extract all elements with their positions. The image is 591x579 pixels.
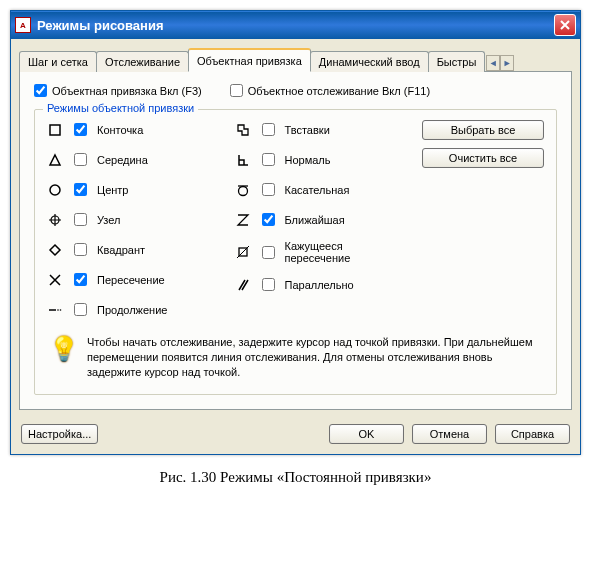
snap-center: Центр: [47, 180, 223, 199]
snap-tangent: Касательная: [235, 180, 411, 199]
otrack-on-label: Объектное отслеживание Вкл (F11): [248, 85, 430, 97]
snap-midpoint-checkbox[interactable]: [74, 153, 87, 166]
tab-content: Объектная привязка Вкл (F3) Объектное от…: [19, 72, 572, 410]
tab-scroll-left[interactable]: ◄: [486, 55, 500, 71]
svg-rect-0: [50, 125, 60, 135]
tab-tracking[interactable]: Отслеживание: [96, 51, 189, 72]
snap-intersection-label: Пересечение: [97, 274, 165, 286]
node-icon: [47, 212, 63, 228]
snap-perpendicular-label: Нормаль: [285, 154, 331, 166]
svg-point-5: [238, 186, 247, 195]
midpoint-icon: [47, 152, 63, 168]
center-icon: [47, 182, 63, 198]
snap-insertion-label: Твставки: [285, 124, 330, 136]
snap-perpendicular-checkbox[interactable]: [262, 153, 275, 166]
options-button[interactable]: Настройка...: [21, 424, 98, 444]
client-area: Шаг и сетка Отслеживание Объектная привя…: [11, 39, 580, 418]
snap-intersection: Пересечение: [47, 270, 223, 289]
close-button[interactable]: [554, 14, 576, 36]
hint-text: Чтобы начать отслеживание, задержите кур…: [87, 335, 540, 380]
hint-box: 💡 Чтобы начать отслеживание, задержите к…: [47, 335, 544, 380]
snap-parallel-label: Параллельно: [285, 279, 354, 291]
apparent-icon: [235, 244, 251, 260]
snap-quadrant-label: Квадрант: [97, 244, 145, 256]
osnap-on-check[interactable]: Объектная привязка Вкл (F3): [34, 84, 202, 97]
otrack-on-check[interactable]: Объектное отслеживание Вкл (F11): [230, 84, 430, 97]
figure-caption: Рис. 1.30 Режимы «Постоянной привязки»: [10, 469, 581, 486]
cancel-button[interactable]: Отмена: [412, 424, 487, 444]
snap-extension-checkbox[interactable]: [74, 303, 87, 316]
snap-apparent: Кажущееся пересечение: [235, 240, 411, 264]
snap-endpoint-label: Конточка: [97, 124, 143, 136]
master-checks: Объектная привязка Вкл (F3) Объектное от…: [34, 84, 557, 97]
snap-quadrant-checkbox[interactable]: [74, 243, 87, 256]
snap-tangent-label: Касательная: [285, 184, 350, 196]
snap-modes-fieldset: Режимы объектной привязки Конточка Серед…: [34, 109, 557, 395]
snap-col-buttons: Выбрать все Очистить все: [422, 120, 544, 319]
snap-apparent-label: Кажущееся пересечение: [285, 240, 411, 264]
snap-node-label: Узел: [97, 214, 120, 226]
parallel-icon: [235, 277, 251, 293]
intersection-icon: [47, 272, 63, 288]
dialog-window: A Режимы рисования Шаг и сетка Отслежива…: [10, 10, 581, 455]
snap-nearest: Ближайшая: [235, 210, 411, 229]
help-button[interactable]: Справка: [495, 424, 570, 444]
svg-point-3: [57, 309, 59, 311]
tangent-icon: [235, 182, 251, 198]
snap-perpendicular: Нормаль: [235, 150, 411, 169]
app-icon: A: [15, 17, 31, 33]
ok-button[interactable]: OK: [329, 424, 404, 444]
snap-midpoint: Середина: [47, 150, 223, 169]
tab-strip: Шаг и сетка Отслеживание Объектная привя…: [19, 47, 572, 72]
snap-grid: Конточка Середина Центр: [47, 120, 544, 319]
snap-extension-label: Продолжение: [97, 304, 167, 316]
snap-node: Узел: [47, 210, 223, 229]
tab-object-snap[interactable]: Объектная привязка: [188, 48, 311, 72]
svg-point-1: [50, 185, 60, 195]
tab-step-grid[interactable]: Шаг и сетка: [19, 51, 97, 72]
tab-scroll-right[interactable]: ►: [500, 55, 514, 71]
snap-extension: Продолжение: [47, 300, 223, 319]
snap-endpoint-checkbox[interactable]: [74, 123, 87, 136]
svg-point-4: [60, 309, 62, 311]
perpendicular-icon: [235, 152, 251, 168]
insertion-icon: [235, 122, 251, 138]
select-all-button[interactable]: Выбрать все: [422, 120, 544, 140]
snap-intersection-checkbox[interactable]: [74, 273, 87, 286]
snap-nearest-label: Ближайшая: [285, 214, 345, 226]
snap-insertion-checkbox[interactable]: [262, 123, 275, 136]
window-title: Режимы рисования: [37, 18, 554, 33]
snap-insertion: Твставки: [235, 120, 411, 139]
snap-apparent-checkbox[interactable]: [262, 246, 275, 259]
tab-scroll: ◄ ►: [486, 55, 514, 71]
snap-center-checkbox[interactable]: [74, 183, 87, 196]
titlebar: A Режимы рисования: [11, 11, 580, 39]
snap-node-checkbox[interactable]: [74, 213, 87, 226]
snap-midpoint-label: Середина: [97, 154, 148, 166]
snap-tangent-checkbox[interactable]: [262, 183, 275, 196]
snap-parallel-checkbox[interactable]: [262, 278, 275, 291]
osnap-on-checkbox[interactable]: [34, 84, 47, 97]
snap-col-left: Конточка Середина Центр: [47, 120, 223, 319]
extension-icon: [47, 302, 63, 318]
tab-quick[interactable]: Быстры: [428, 51, 486, 72]
bottom-bar: Настройка... OK Отмена Справка: [11, 418, 580, 454]
snap-quadrant: Квадрант: [47, 240, 223, 259]
snap-center-label: Центр: [97, 184, 129, 196]
spacer: [106, 424, 321, 444]
endpoint-icon: [47, 122, 63, 138]
lightbulb-icon: 💡: [51, 335, 77, 369]
clear-all-button[interactable]: Очистить все: [422, 148, 544, 168]
snap-nearest-checkbox[interactable]: [262, 213, 275, 226]
osnap-on-label: Объектная привязка Вкл (F3): [52, 85, 202, 97]
snap-col-mid: Твставки Нормаль Касательная: [235, 120, 411, 319]
snap-endpoint: Конточка: [47, 120, 223, 139]
snap-parallel: Параллельно: [235, 275, 411, 294]
otrack-on-checkbox[interactable]: [230, 84, 243, 97]
tab-dynamic-input[interactable]: Динамический ввод: [310, 51, 429, 72]
quadrant-icon: [47, 242, 63, 258]
nearest-icon: [235, 212, 251, 228]
fieldset-title: Режимы объектной привязки: [43, 102, 198, 114]
